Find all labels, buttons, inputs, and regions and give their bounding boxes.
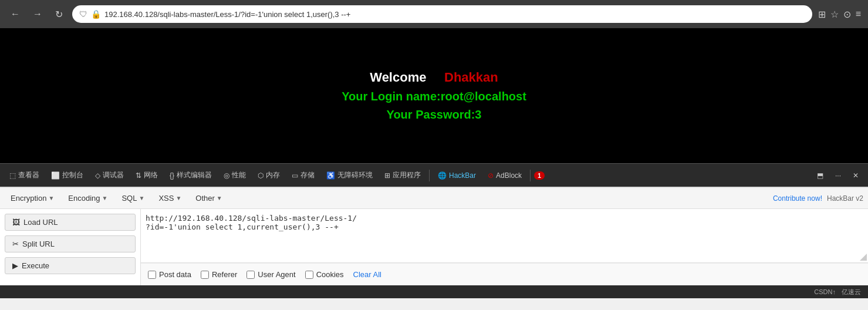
- execute-button[interactable]: ▶ Execute: [5, 257, 136, 274]
- clear-all-button[interactable]: Clear All: [353, 270, 381, 279]
- debugger-icon: ◇: [95, 171, 100, 180]
- lock-icon: 🔒: [91, 9, 101, 19]
- url-display: 192.168.40.128/sqli-labs-master/Less-1/?…: [104, 10, 805, 19]
- hackbar-tab[interactable]: 🌐 HackBar: [433, 169, 481, 182]
- debugger-btn[interactable]: ◇ 调试器: [90, 168, 129, 183]
- extensions-icon[interactable]: ⊞: [818, 9, 826, 20]
- hackbar-left: 🖼 Load URL ✂ Split URL ▶ Execute: [0, 209, 141, 285]
- other-menu[interactable]: Other ▼: [190, 191, 228, 205]
- performance-btn[interactable]: ◎ 性能: [219, 168, 251, 183]
- address-bar[interactable]: 🛡 🔒 192.168.40.128/sqli-labs-master/Less…: [72, 5, 812, 23]
- welcome-line: Welcome Dhakkan: [370, 70, 498, 85]
- error-badge: 1: [534, 171, 545, 180]
- security-icon: 🛡: [79, 9, 87, 19]
- hackbar-bottom-bar: Post data Referer User Agent Cookies Cle…: [141, 263, 868, 285]
- adblock-tab[interactable]: ⊘ AdBlock: [483, 169, 526, 182]
- hackbar-right: Post data Referer User Agent Cookies Cle…: [141, 209, 868, 285]
- close-devtools-btn[interactable]: ✕: [848, 169, 863, 182]
- back-button[interactable]: ←: [7, 6, 23, 22]
- forward-button[interactable]: →: [29, 6, 46, 22]
- referer-checkbox-label[interactable]: Referer: [201, 270, 237, 279]
- hackbar-body: 🖼 Load URL ✂ Split URL ▶ Execute Post da…: [0, 209, 868, 285]
- console-icon: ⬜: [51, 171, 60, 180]
- url-input[interactable]: [141, 209, 868, 263]
- network-btn[interactable]: ⇅ 网络: [131, 168, 163, 183]
- cookies-checkbox[interactable]: [305, 271, 313, 279]
- browser-chrome: ← → ↻ 🛡 🔒 192.168.40.128/sqli-labs-maste…: [0, 0, 868, 28]
- adblock-icon: ⊘: [488, 171, 494, 180]
- post-data-checkbox[interactable]: [148, 271, 156, 279]
- accessibility-icon: ♿: [326, 171, 335, 180]
- storage-icon: ▭: [292, 171, 298, 180]
- apps-icon: ⊞: [384, 171, 390, 180]
- responsive-btn[interactable]: ⬒: [812, 169, 828, 182]
- profile-icon[interactable]: ⊙: [843, 9, 851, 20]
- user-agent-checkbox[interactable]: [246, 271, 255, 279]
- split-url-icon: ✂: [12, 240, 19, 248]
- xss-arrow: ▼: [175, 195, 181, 201]
- welcome-text: Welcome: [370, 70, 426, 85]
- load-url-icon: 🖼: [12, 218, 20, 227]
- inspector-btn[interactable]: ⬚ 查看器: [5, 168, 44, 183]
- login-line: Your Login name:root@localhost: [342, 90, 526, 103]
- encryption-menu[interactable]: Encryption ▼: [5, 191, 60, 205]
- performance-icon: ◎: [224, 171, 229, 180]
- hackbar-menu: Encryption ▼ Encoding ▼ SQL ▼ XSS ▼ Othe…: [0, 188, 868, 209]
- hackbar-version: HackBar v2: [827, 194, 863, 203]
- ellipsis-icon: ···: [835, 171, 841, 180]
- style-icon: {}: [170, 171, 174, 180]
- devtools-bar: ⬚ 查看器 ⬜ 控制台 ◇ 调试器 ⇅ 网络 {} 样式编辑器 ◎ 性能 ⬡ 内…: [0, 163, 868, 187]
- hackbar-panel: Encryption ▼ Encoding ▼ SQL ▼ XSS ▼ Othe…: [0, 187, 868, 285]
- main-content: Welcome Dhakkan Your Login name:root@loc…: [0, 28, 868, 163]
- storage-btn[interactable]: ▭ 存储: [287, 168, 319, 183]
- separator: [429, 170, 430, 181]
- responsive-icon: ⬒: [817, 171, 823, 180]
- encryption-arrow: ▼: [48, 195, 54, 201]
- referer-checkbox[interactable]: [201, 271, 209, 279]
- encoding-arrow: ▼: [102, 195, 108, 201]
- separator2: [530, 170, 531, 181]
- memory-btn[interactable]: ⬡ 内存: [253, 168, 285, 183]
- status-bar: CSDN↑ 亿速云: [0, 285, 868, 298]
- browser-actions: ⊞ ☆ ⊙ ≡: [818, 9, 861, 20]
- load-url-button[interactable]: 🖼 Load URL: [5, 214, 136, 231]
- cookies-checkbox-label[interactable]: Cookies: [305, 270, 344, 279]
- menu-icon[interactable]: ≡: [856, 9, 861, 19]
- xss-menu[interactable]: XSS ▼: [153, 191, 187, 205]
- csdn-label: CSDN↑: [814, 288, 836, 295]
- inspector-icon: ⬚: [9, 171, 16, 180]
- console-btn[interactable]: ⬜ 控制台: [46, 168, 88, 183]
- memory-icon: ⬡: [258, 171, 264, 180]
- post-data-checkbox-label[interactable]: Post data: [148, 270, 191, 279]
- password-line: Your Password:3: [387, 108, 482, 122]
- accessibility-btn[interactable]: ♿ 无障碍环境: [322, 168, 377, 183]
- execute-icon: ▶: [12, 261, 18, 270]
- style-editor-btn[interactable]: {} 样式编辑器: [165, 168, 217, 183]
- apps-btn[interactable]: ⊞ 应用程序: [380, 168, 425, 183]
- sql-arrow: ▼: [139, 195, 144, 201]
- more-tools-btn[interactable]: ···: [830, 169, 846, 182]
- user-agent-checkbox-label[interactable]: User Agent: [246, 270, 295, 279]
- sql-menu[interactable]: SQL ▼: [116, 191, 150, 205]
- split-url-button[interactable]: ✂ Split URL: [5, 235, 136, 252]
- bookmark-icon[interactable]: ☆: [830, 9, 839, 20]
- contribute-link[interactable]: Contribute now!: [773, 194, 822, 203]
- dhakkan-text: Dhakkan: [444, 70, 498, 85]
- close-icon: ✕: [853, 171, 859, 180]
- aliyun-label: 亿速云: [842, 288, 861, 296]
- other-arrow: ▼: [217, 195, 222, 201]
- refresh-button[interactable]: ↻: [52, 6, 66, 22]
- hackbar-icon: 🌐: [438, 171, 447, 180]
- network-icon: ⇅: [136, 171, 141, 180]
- encoding-menu[interactable]: Encoding ▼: [62, 191, 113, 205]
